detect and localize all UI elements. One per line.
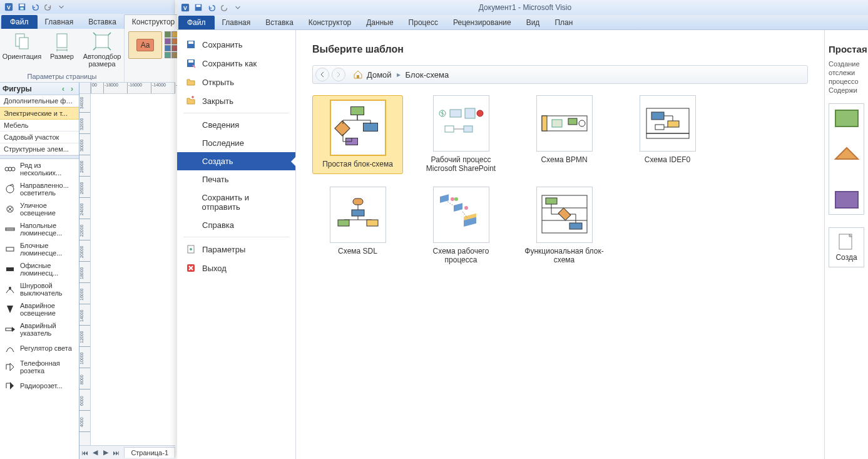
nav-close[interactable]: Закрыть xyxy=(177,91,295,110)
shapes-collapse-icon[interactable]: ‹ xyxy=(59,85,68,93)
qat-redo-icon[interactable] xyxy=(218,2,231,13)
svg-point-53 xyxy=(451,197,454,201)
template-grid: Простая блок-схема Рабочий процесс Micro… xyxy=(312,95,808,264)
nav-save-as[interactable]: Сохранить как xyxy=(177,54,295,73)
tab-insert[interactable]: Вставка xyxy=(81,15,124,29)
template-bpmn[interactable]: Схема BPMN xyxy=(519,95,610,174)
qat-undo-icon[interactable] xyxy=(205,2,218,13)
preview-shape-rect xyxy=(834,109,859,128)
template-functional-flowchart[interactable]: Функциональная блок-схема xyxy=(519,187,610,264)
preview-description: Создание отслежи процессо Содержи xyxy=(829,59,864,95)
qat-redo-icon[interactable] xyxy=(42,1,54,13)
shape-spotlight[interactable]: Направленно... осветитель xyxy=(0,179,79,199)
template-simple-flowchart[interactable]: Простая блок-схема xyxy=(312,95,403,174)
autofit-label: Автоподбор размера xyxy=(83,53,121,68)
svg-marker-66 xyxy=(835,148,858,159)
svg-rect-45 xyxy=(668,121,679,127)
svg-rect-40 xyxy=(552,120,562,127)
template-breadcrumb: Домой ▸ Блок-схема xyxy=(312,65,808,84)
svg-rect-67 xyxy=(835,192,858,208)
shape-emergency-sign[interactable]: Аварийный указатель xyxy=(0,319,79,339)
shape-block-luminescent[interactable]: Блочные люминесце... xyxy=(0,239,79,259)
shape-floor-luminescent[interactable]: Напольные люминесце... xyxy=(0,219,79,239)
tab-plan[interactable]: План xyxy=(547,16,580,29)
template-sdl[interactable]: Схема SDL xyxy=(312,187,403,264)
tab-file[interactable]: Файл xyxy=(178,16,215,29)
nav-create[interactable]: Создать xyxy=(177,152,295,170)
template-idef0[interactable]: Схема IDEF0 xyxy=(622,95,713,174)
tab-designer[interactable]: Конструктор xyxy=(124,14,183,29)
template-workflow[interactable]: Схема рабочего процесса xyxy=(416,187,506,264)
qat-customize-icon[interactable] xyxy=(232,2,244,13)
orientation-button[interactable]: Ориентация xyxy=(4,31,40,71)
home-icon xyxy=(353,70,363,80)
shapes-expand-icon[interactable]: › xyxy=(68,85,76,93)
tab-home[interactable]: Главная xyxy=(215,16,258,29)
tab-process[interactable]: Процесс xyxy=(401,16,446,29)
svg-point-54 xyxy=(454,197,458,201)
tab-home[interactable]: Главная xyxy=(38,15,81,29)
backstage-view: Сохранить Сохранить как Открыть Закрыть … xyxy=(177,30,868,459)
tab-designer[interactable]: Конструктор xyxy=(301,16,359,29)
nav-save[interactable]: Сохранить xyxy=(177,35,295,54)
nav-recent[interactable]: Последние xyxy=(177,134,295,152)
nav-options[interactable]: Параметры xyxy=(177,240,295,259)
stencil-furniture[interactable]: Мебель xyxy=(0,120,79,132)
nav-print[interactable]: Печать xyxy=(177,170,295,188)
svg-rect-23 xyxy=(197,5,201,8)
svg-rect-4 xyxy=(20,8,23,10)
tab-file[interactable]: Файл xyxy=(1,15,38,29)
tab-review[interactable]: Рецензирование xyxy=(446,16,519,29)
stencil-more[interactable]: Дополнительные фи... xyxy=(0,95,79,107)
bc-forward-icon[interactable] xyxy=(332,68,345,81)
stencil-structural[interactable]: Структурные элем... xyxy=(0,143,79,155)
page-next-icon[interactable]: ▶ xyxy=(101,448,111,458)
tab-data[interactable]: Данные xyxy=(359,16,401,29)
tab-view[interactable]: Вид xyxy=(519,16,548,29)
svg-rect-8 xyxy=(96,35,108,48)
shape-street-light[interactable]: Уличное освещение xyxy=(0,199,79,219)
page-prev-icon[interactable]: ◀ xyxy=(91,448,100,458)
qat-save-icon[interactable] xyxy=(192,2,205,13)
nav-exit[interactable]: Выход xyxy=(177,259,295,277)
page-tab-1[interactable]: Страница-1 xyxy=(124,447,175,458)
page-first-icon[interactable]: ⏮ xyxy=(80,448,89,458)
qat-undo-icon[interactable] xyxy=(29,1,41,13)
nav-open[interactable]: Открыть xyxy=(177,73,295,91)
stencil-garden[interactable]: Садовый участок xyxy=(0,132,79,143)
svg-rect-31 xyxy=(357,75,359,78)
svg-rect-44 xyxy=(651,112,664,120)
stencil-electrical[interactable]: Электрические и т... xyxy=(0,107,79,120)
shape-dimmer[interactable]: Регулятор света xyxy=(0,339,79,357)
bc-flowchart[interactable]: Блок-схема xyxy=(401,70,454,80)
shape-phone-socket[interactable]: Телефонная розетка xyxy=(0,357,79,377)
theme-palette[interactable] xyxy=(165,31,178,82)
window-title: Документ1 - Microsoft Visio xyxy=(245,3,805,12)
win1-titlebar: V xyxy=(0,0,175,14)
template-sharepoint-workflow[interactable]: Рабочий процесс Microsoft SharePoint xyxy=(416,95,506,174)
qat-save-icon[interactable] xyxy=(16,1,28,13)
visio-app-icon[interactable]: V xyxy=(3,1,15,13)
tab-insert[interactable]: Вставка xyxy=(258,16,301,29)
nav-info[interactable]: Сведения xyxy=(177,116,295,134)
shape-row-lights[interactable]: Ряд из нескольких... xyxy=(0,159,79,179)
svg-point-29 xyxy=(190,248,192,250)
theme-preview[interactable]: Aa xyxy=(128,31,162,59)
qat-customize-icon[interactable] xyxy=(55,1,68,13)
nav-save-send[interactable]: Сохранить и отправить xyxy=(177,188,295,216)
shape-office-luminescent[interactable]: Офисные люминесц... xyxy=(0,259,79,279)
shape-emergency-light[interactable]: Аварийное освещение xyxy=(0,299,79,319)
bc-back-icon[interactable] xyxy=(315,68,329,81)
size-button[interactable]: Размер xyxy=(44,31,80,71)
shape-radio-socket[interactable]: Радиорозет... xyxy=(0,377,79,395)
bc-home[interactable]: Домой xyxy=(348,70,397,80)
win1-ribbon-tabs: Файл Главная Вставка Конструктор xyxy=(0,14,175,29)
win2-titlebar: V Документ1 - Microsoft Visio xyxy=(177,0,868,15)
visio-app-icon[interactable]: V xyxy=(179,2,191,13)
shape-cord-switch[interactable]: Шнуровой выключатель xyxy=(0,279,79,299)
autofit-button[interactable]: Автоподбор размера xyxy=(84,31,120,71)
svg-rect-64 xyxy=(569,223,582,229)
nav-help[interactable]: Справка xyxy=(177,216,295,234)
page-last-icon[interactable]: ⏭ xyxy=(112,448,121,458)
create-button[interactable]: Созда xyxy=(829,227,864,267)
